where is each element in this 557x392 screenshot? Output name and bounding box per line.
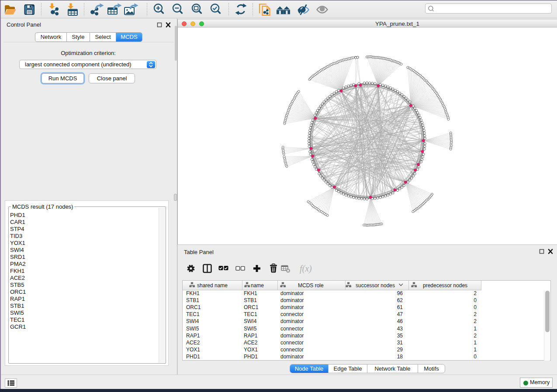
svg-text:f(x): f(x) [300,264,312,274]
